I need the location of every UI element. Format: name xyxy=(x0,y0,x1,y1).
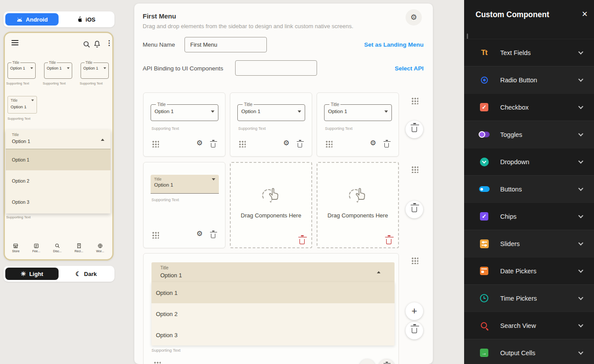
dropdown-field[interactable]: Title Option 1 xyxy=(151,102,218,121)
component-item-buttons[interactable]: Buttons xyxy=(464,175,594,202)
row-drag-handle-icon[interactable] xyxy=(411,165,418,173)
dropdown-option[interactable]: Option 2 xyxy=(6,170,111,191)
ios-button[interactable]: iOS xyxy=(59,13,113,26)
delete-button[interactable] xyxy=(384,141,389,149)
row-drag-handle-icon[interactable] xyxy=(411,257,418,264)
trash-icon xyxy=(298,143,302,147)
component-item-toggles[interactable]: Toggles xyxy=(464,121,594,148)
select-value: Option 1 xyxy=(11,104,34,109)
platform-toggle: Android iOS xyxy=(4,11,114,27)
preview-select[interactable]: Title Option 1 xyxy=(7,60,36,79)
dropdown-option[interactable]: Option 3 xyxy=(151,324,395,346)
select-label: Title xyxy=(48,60,57,65)
dropdown-option[interactable]: Option 3 xyxy=(6,191,111,213)
menu-icon[interactable] xyxy=(11,40,18,47)
preview-compact-select[interactable]: Title Option 1 xyxy=(7,96,37,114)
delete-button[interactable] xyxy=(211,232,215,240)
dropdown-option[interactable]: Option 1 xyxy=(151,282,395,303)
component-item-search-view[interactable]: Search View xyxy=(464,312,594,339)
drag-handle-icon[interactable] xyxy=(151,140,159,147)
card-delete-button[interactable] xyxy=(379,359,395,364)
kebab-menu-icon[interactable]: ⋮ xyxy=(106,40,113,47)
row-drag-handle-icon[interactable] xyxy=(411,97,418,104)
chevron-down-icon xyxy=(578,49,583,54)
component-item-date-pickers[interactable]: Date Pickers xyxy=(464,257,594,284)
bell-icon[interactable] xyxy=(93,40,101,48)
component-item-radio-button[interactable]: Radio Button xyxy=(464,66,594,93)
apple-icon xyxy=(77,16,82,23)
row-delete-button[interactable] xyxy=(406,121,423,138)
drag-handle-icon[interactable] xyxy=(325,140,332,147)
row-delete-button[interactable] xyxy=(406,201,423,218)
chevron-down-icon xyxy=(31,99,34,101)
trash-icon xyxy=(386,239,391,244)
nav-item-store[interactable]: Store xyxy=(12,243,20,253)
gear-icon[interactable]: ⚙ xyxy=(370,140,376,147)
chevron-down-icon xyxy=(578,213,583,218)
select-label: Title xyxy=(12,132,19,137)
component-item-checkbox[interactable]: ✓ Checkbox xyxy=(464,93,594,121)
drag-handle-icon[interactable] xyxy=(153,361,161,364)
gear-icon[interactable]: ⚙ xyxy=(283,140,289,147)
card-settings-button[interactable]: ⚙ xyxy=(359,359,375,364)
preview-select[interactable]: Title Option 1 xyxy=(81,60,109,79)
nav-item-recipes[interactable]: Reci... xyxy=(74,243,83,253)
component-item-dropdown[interactable]: Dropdown xyxy=(464,148,594,175)
select-label: Title xyxy=(160,265,169,270)
dropdown-option[interactable]: Option 2 xyxy=(151,303,395,324)
component-item-time-pickers[interactable]: Time Pickers xyxy=(464,284,594,312)
component-item-chips[interactable]: ✓ Chips xyxy=(464,202,594,230)
chevron-down-icon xyxy=(578,349,583,354)
dropdown-field[interactable]: Title Option 1 xyxy=(324,102,392,121)
android-button[interactable]: Android xyxy=(5,13,59,26)
custom-component-panel: Custom Component × Tt Text Fields Radio … xyxy=(464,0,594,364)
drag-handle-icon[interactable] xyxy=(238,140,246,147)
gear-icon[interactable]: ⚙ xyxy=(196,230,203,237)
trash-icon xyxy=(412,207,417,212)
dropdown-options: Option 1 Option 2 Option 3 xyxy=(151,282,395,346)
select-api-link[interactable]: Select API xyxy=(395,65,424,72)
close-button[interactable]: × xyxy=(579,9,590,19)
component-item-text-fields[interactable]: Tt Text Fields xyxy=(464,39,594,66)
nav-item-workouts[interactable]: Wor... xyxy=(96,243,104,253)
delete-button[interactable] xyxy=(211,141,215,149)
chips-icon: ✓ xyxy=(478,210,490,222)
plus-icon: + xyxy=(412,306,417,316)
light-theme-button[interactable]: ☀ Light xyxy=(5,268,59,280)
component-card-dropdown: Title Option 1 Supporting Text ⚙ xyxy=(143,92,225,157)
drag-handle-icon[interactable] xyxy=(151,231,159,239)
menu-settings-button[interactable]: ⚙ xyxy=(406,9,422,26)
dropdown-option[interactable]: Option 1 xyxy=(6,149,111,170)
nav-item-discover[interactable]: Disc... xyxy=(53,243,62,253)
component-card-expanded-dropdown: Title Option 1 Option 1 Option 2 Option … xyxy=(143,253,399,364)
add-row-button[interactable]: + xyxy=(406,302,423,320)
menu-name-input[interactable] xyxy=(184,37,267,52)
delete-drop-zone-button[interactable] xyxy=(387,238,391,246)
dropdown-field[interactable]: Title Option 1 xyxy=(151,175,219,194)
supporting-text: Supporting Text xyxy=(151,198,179,202)
dropdown-icon xyxy=(478,156,490,168)
dropdown-field[interactable]: Title Option 1 xyxy=(237,102,305,121)
search-icon[interactable] xyxy=(83,40,91,48)
trash-icon xyxy=(412,127,417,132)
delete-button[interactable] xyxy=(298,141,302,149)
api-binding-input[interactable] xyxy=(235,60,317,76)
nav-item-feed[interactable]: Fee... xyxy=(32,243,40,253)
light-label: Light xyxy=(29,271,43,277)
drop-zone[interactable]: Drag Components Here xyxy=(230,162,312,248)
set-landing-menu-link[interactable]: Set as Landing Menu xyxy=(364,41,424,48)
delete-drop-zone-button[interactable] xyxy=(300,238,304,246)
gear-icon[interactable]: ⚙ xyxy=(196,140,203,147)
preview-select[interactable]: Title Option 1 xyxy=(44,60,72,79)
row-delete-button[interactable] xyxy=(406,322,423,339)
dropdown-header[interactable]: Title Option 1 xyxy=(151,262,395,282)
dark-theme-button[interactable]: ☾ Dark xyxy=(59,268,113,280)
component-item-output-cells[interactable]: → Output Cells xyxy=(464,339,594,364)
nav-label: Fee... xyxy=(32,250,40,253)
component-item-sliders[interactable]: Sliders xyxy=(464,230,594,257)
select-value: Option 1 xyxy=(160,272,182,279)
magnifier-icon xyxy=(55,243,60,249)
dropdown-header[interactable]: Title Option 1 xyxy=(6,130,111,149)
select-label: Title xyxy=(154,177,162,181)
drop-zone[interactable]: Drag Components Here xyxy=(317,162,399,248)
